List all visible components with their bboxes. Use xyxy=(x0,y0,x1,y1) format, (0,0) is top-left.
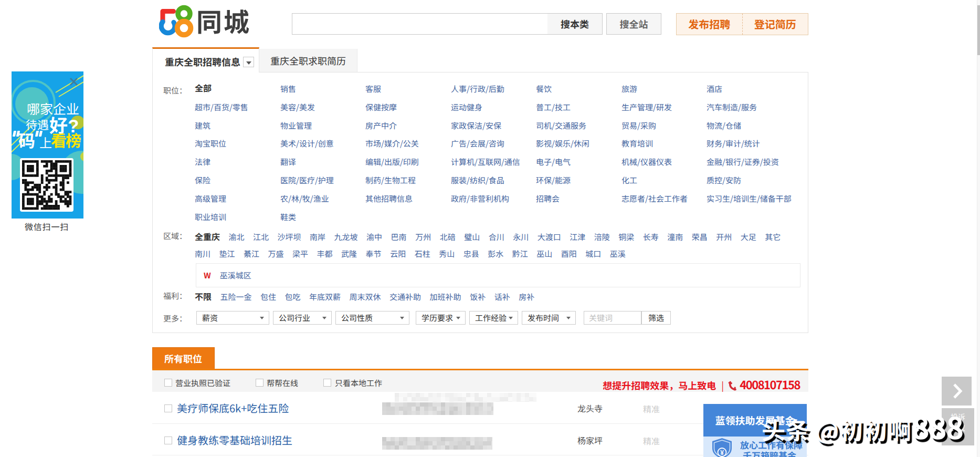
svg-text:¥: ¥ xyxy=(720,448,724,456)
